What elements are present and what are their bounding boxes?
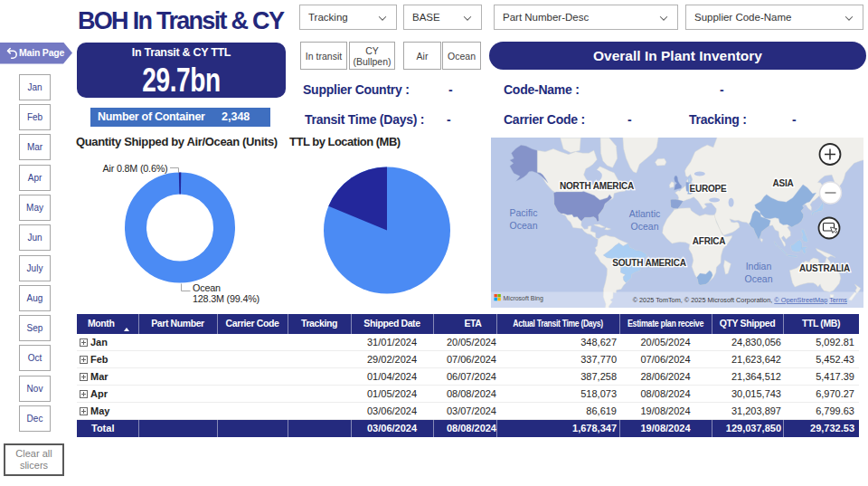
svg-text:128.3M (99.4%): 128.3M (99.4%) (193, 293, 259, 304)
svg-text:NORTH AMERICA: NORTH AMERICA (560, 181, 634, 191)
svg-text:EUROPE: EUROPE (689, 184, 727, 194)
svg-text:AFRICA: AFRICA (693, 236, 726, 246)
svg-text:AUSTRALIA: AUSTRALIA (799, 263, 850, 273)
svg-text:Ocean: Ocean (510, 220, 538, 231)
svg-text:Ocean: Ocean (193, 282, 221, 293)
svg-text:Ocean: Ocean (745, 273, 773, 284)
svg-text:ASIA: ASIA (772, 178, 793, 188)
svg-text:Ocean: Ocean (631, 221, 659, 232)
svg-text:© 2025 TomTom, © 2025 Microsof: © 2025 TomTom, © 2025 Microsoft Corporat… (633, 296, 848, 304)
svg-text:SOUTH AMERICA: SOUTH AMERICA (612, 258, 685, 268)
svg-text:Atlantic: Atlantic (629, 208, 660, 219)
svg-text:Indian: Indian (746, 261, 772, 272)
svg-text:Microsoft Bing: Microsoft Bing (504, 295, 543, 302)
svg-text:Air 0.8M (0.6%): Air 0.8M (0.6%) (103, 163, 168, 174)
svg-text:Pacific: Pacific (510, 207, 538, 218)
